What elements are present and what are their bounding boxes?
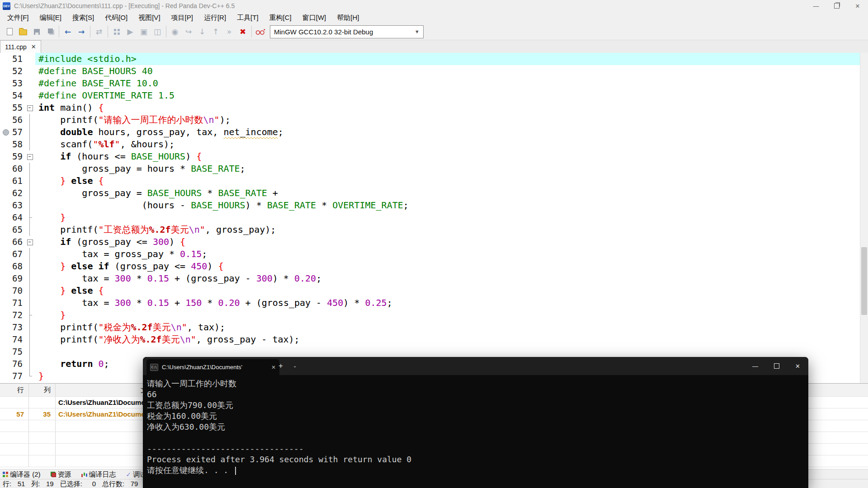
terminal-tab[interactable]: C:\ C:\Users\ZhuanZ1\Documents' ✕ (146, 359, 279, 375)
menu-item-2[interactable]: 搜索[S] (67, 12, 99, 23)
rebuild-button[interactable]: ▣ (137, 25, 151, 38)
code-line-52[interactable]: 52#define BASE_HOURS 40 (0, 65, 860, 77)
gutter-line-73[interactable]: 73 (0, 321, 24, 333)
gutter-line-67[interactable]: 67 (0, 248, 24, 260)
fold-margin[interactable] (24, 236, 35, 248)
minimize-button[interactable]: — (806, 0, 826, 12)
gutter-line-59[interactable]: 59 (0, 150, 24, 163)
gutter-line-69[interactable]: 69 (0, 272, 24, 285)
gutter-line-75[interactable]: 75 (0, 346, 24, 358)
menu-item-6[interactable]: 运行[R] (198, 12, 231, 23)
code-line-59[interactable]: 59 if (hours <= BASE_HOURS) { (0, 150, 860, 163)
terminal-output[interactable]: 请输入一周工作的小时数66工资总额为790.00美元税金为160.00美元净收入… (143, 375, 808, 488)
gutter-line-66[interactable]: 66 (0, 236, 24, 248)
stop-button[interactable]: ✖ (236, 25, 250, 38)
fold-collapse-icon[interactable] (27, 239, 33, 245)
gutter-line-55[interactable]: 55 (0, 102, 24, 114)
code-line-69[interactable]: 69 tax = 300 * 0.15 + (gross_pay - 300) … (0, 272, 860, 285)
fold-collapse-icon[interactable] (27, 105, 33, 111)
save-all-button[interactable] (43, 25, 57, 38)
back-button[interactable]: ← (61, 25, 75, 38)
fold-margin[interactable] (24, 102, 35, 114)
terminal-close-button[interactable]: ✕ (787, 357, 808, 375)
code-line-70[interactable]: 70 } else { (0, 285, 860, 297)
fold-collapse-icon[interactable] (27, 154, 33, 160)
terminal-title-bar[interactable]: C:\ C:\Users\ZhuanZ1\Documents' ✕ + ⌄ — … (143, 357, 808, 375)
code-line-74[interactable]: 74 printf("净收入为%.2f美元\n", gross_pay - ta… (0, 333, 860, 346)
code-line-56[interactable]: 56 printf("请输入一周工作的小时数\n"); (0, 114, 860, 126)
reformat-button[interactable]: ⇄ (92, 25, 106, 38)
tab-close-icon[interactable]: ✕ (31, 43, 36, 50)
code-line-72[interactable]: 72 } (0, 309, 860, 321)
code-line-63[interactable]: 63 (hours - BASE_HOURS) * BASE_RATE * OV… (0, 199, 860, 211)
menu-item-7[interactable]: 工具[T] (231, 12, 264, 23)
code-line-58[interactable]: 58 scanf("%lf", &hours); (0, 138, 860, 150)
code-line-75[interactable]: 75 (0, 346, 860, 358)
code-line-57[interactable]: 57 double hours, gross_pay, tax, net_inc… (0, 126, 860, 138)
add-watch-button[interactable] (254, 25, 267, 38)
gutter-line-52[interactable]: 52 (0, 65, 24, 77)
menu-item-9[interactable]: 窗口[W] (297, 12, 332, 23)
new-file-button[interactable] (3, 25, 16, 38)
run-button[interactable]: ▶ (123, 25, 137, 38)
gutter-line-76[interactable]: 76 (0, 358, 24, 370)
code-line-73[interactable]: 73 printf("税金为%.2f美元\n", tax); (0, 321, 860, 333)
menu-item-3[interactable]: 代码[O] (99, 12, 133, 23)
close-button[interactable]: ✕ (847, 0, 868, 12)
gutter-line-63[interactable]: 63 (0, 199, 24, 211)
menu-item-10[interactable]: 帮助[H] (331, 12, 364, 23)
fold-margin[interactable] (24, 150, 35, 163)
compiler-select[interactable]: MinGW GCC10.2.0 32-bit Debug ▼ (270, 25, 424, 38)
code-editor[interactable]: 51#include <stdio.h>52#define BASE_HOURS… (0, 53, 860, 383)
step-over-button[interactable]: ↪ (182, 25, 195, 38)
debug-button[interactable]: ◉ (168, 25, 182, 38)
gutter-line-54[interactable]: 54 (0, 89, 24, 102)
gutter-line-72[interactable]: 72 (0, 309, 24, 321)
gutter-line-61[interactable]: 61 (0, 175, 24, 187)
code-line-54[interactable]: 54#define OVERTIME_RATE 1.5 (0, 89, 860, 102)
menu-item-1[interactable]: 编辑[E] (34, 12, 67, 23)
compile-run-button[interactable]: ◫ (151, 25, 164, 38)
terminal-maximize-button[interactable] (766, 357, 787, 375)
code-line-55[interactable]: 55int main() { (0, 102, 860, 114)
gutter-line-68[interactable]: 68 (0, 260, 24, 272)
gutter-line-70[interactable]: 70 (0, 285, 24, 297)
gutter-line-53[interactable]: 53 (0, 77, 24, 89)
forward-button[interactable]: → (75, 25, 88, 38)
code-line-64[interactable]: 64 } (0, 211, 860, 224)
new-tab-button[interactable]: + (278, 361, 283, 371)
gutter-line-60[interactable]: 60 (0, 163, 24, 175)
tab-dropdown-icon[interactable]: ⌄ (293, 363, 297, 368)
gutter-line-74[interactable]: 74 (0, 333, 24, 346)
code-line-65[interactable]: 65 printf("工资总额为%.2f美元\n", gross_pay); (0, 224, 860, 236)
menu-item-8[interactable]: 重构[C] (264, 12, 297, 23)
code-line-51[interactable]: 51#include <stdio.h> (0, 53, 860, 65)
compile-button[interactable] (110, 25, 123, 38)
menu-item-4[interactable]: 视图[V] (133, 12, 165, 23)
save-button[interactable] (30, 25, 43, 38)
gutter-line-57[interactable]: 57 (0, 126, 24, 138)
code-line-68[interactable]: 68 } else if (gross_pay <= 450) { (0, 260, 860, 272)
restore-button[interactable] (826, 0, 847, 12)
tab-111cpp[interactable]: 111.cpp ✕ (0, 40, 41, 53)
gutter-line-56[interactable]: 56 (0, 114, 24, 126)
bottom-tab-1[interactable]: 资源 (51, 469, 71, 479)
open-button[interactable] (16, 25, 30, 38)
gutter-line-58[interactable]: 58 (0, 138, 24, 150)
step-into-button[interactable]: ↓ (195, 25, 209, 38)
code-line-61[interactable]: 61 } else { (0, 175, 860, 187)
bottom-tab-0[interactable]: 编译器 (2) (3, 469, 41, 479)
step-out-button[interactable]: ↑ (209, 25, 222, 38)
gutter-line-77[interactable]: 77 (0, 370, 24, 382)
gutter-line-65[interactable]: 65 (0, 224, 24, 236)
gutter-line-71[interactable]: 71 (0, 297, 24, 309)
gutter-line-62[interactable]: 62 (0, 187, 24, 199)
code-line-71[interactable]: 71 tax = 300 * 0.15 + 150 * 0.20 + (gros… (0, 297, 860, 309)
terminal-minimize-button[interactable]: — (745, 357, 766, 375)
code-line-66[interactable]: 66 if (gross_pay <= 300) { (0, 236, 860, 248)
gutter-line-64[interactable]: 64 (0, 211, 24, 224)
scrollbar-thumb[interactable] (861, 247, 867, 315)
menu-item-0[interactable]: 文件[F] (2, 12, 34, 23)
terminal-tab-close-icon[interactable]: ✕ (271, 364, 276, 371)
continue-button[interactable]: » (222, 25, 236, 38)
